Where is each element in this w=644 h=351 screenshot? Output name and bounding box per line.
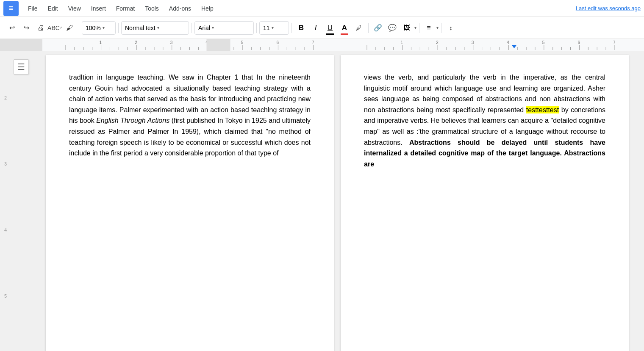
zoom-value: 100% <box>86 25 101 31</box>
paint-format-button[interactable]: 🖌 <box>63 21 76 35</box>
page-right-text: views the verb, and particularly the ver… <box>364 72 605 169</box>
undo-button[interactable]: ↩ <box>5 21 19 35</box>
app-icon-symbol: ≡ <box>9 4 14 13</box>
font-dropdown[interactable]: Arial ▾ <box>194 21 254 35</box>
menu-help[interactable]: Help <box>197 3 218 14</box>
app-icon[interactable]: ≡ <box>3 1 19 16</box>
bold-button[interactable]: B <box>294 21 308 35</box>
comment-button[interactable]: 💬 <box>386 21 399 35</box>
align-chevron[interactable]: ▾ <box>436 25 439 30</box>
ruler <box>0 39 644 51</box>
bold-section: Abstractions should be delayed until stu… <box>364 139 605 168</box>
image-chevron[interactable]: ▾ <box>414 25 416 30</box>
page-left: tradItion in language teaching. We saw i… <box>46 55 334 351</box>
menu-addons[interactable]: Add-ons <box>165 3 195 14</box>
page-left-text: tradItion in language teaching. We saw i… <box>69 72 311 159</box>
underline-button-container[interactable]: U <box>323 21 337 35</box>
zoom-dropdown[interactable]: 100% ▾ <box>82 21 116 35</box>
italic-title: English Through Actions <box>96 117 169 124</box>
highlight-button[interactable]: 🖊 <box>352 21 366 35</box>
vertical-ruler: 2 3 4 5 <box>4 55 7 351</box>
underline-color-bar <box>326 33 334 35</box>
left-sidebar: ☰ 2 3 4 5 <box>0 51 42 351</box>
menu-file[interactable]: File <box>24 3 42 14</box>
style-value: Normal text <box>125 25 155 31</box>
ruler-canvas <box>0 39 644 51</box>
align-button[interactable]: ≡ <box>422 21 436 35</box>
font-size-dropdown[interactable]: 11 ▾ <box>259 21 289 35</box>
toolbar: ↩ ↪ 🖨 ABC✓ 🖌 100% ▾ Normal text ▾ Arial … <box>0 17 644 39</box>
image-button[interactable]: 🖼 <box>400 21 414 35</box>
pages-container: tradItion in language teaching. We saw i… <box>42 51 644 351</box>
menu-edit[interactable]: Edit <box>44 3 62 14</box>
separator-4 <box>256 23 257 33</box>
italic-button[interactable]: I <box>309 21 322 35</box>
menu-insert[interactable]: Insert <box>87 3 110 14</box>
menu-format[interactable]: Format <box>112 3 139 14</box>
spellcheck-button[interactable]: ABC✓ <box>48 21 62 35</box>
separator-6 <box>368 23 369 33</box>
page-outline-icon[interactable]: ☰ <box>14 59 29 75</box>
font-value: Arial <box>198 25 210 31</box>
separator-2 <box>118 23 119 33</box>
zoom-chevron: ▾ <box>103 25 105 30</box>
v-ruler-4: 4 <box>4 227 7 293</box>
separator-5 <box>291 23 292 33</box>
link-button[interactable]: 🔗 <box>371 21 385 35</box>
separator-3 <box>192 23 192 33</box>
linespace-button[interactable]: ↕ <box>444 21 458 35</box>
text-color-bar <box>341 33 348 35</box>
v-ruler-2: 2 <box>4 95 7 161</box>
last-edit-status[interactable]: Last edit was seconds ago <box>576 5 641 11</box>
separator-7 <box>419 23 419 33</box>
text-color-button-container[interactable]: A <box>338 21 351 35</box>
highlighted-word: testtesttest <box>526 106 559 113</box>
redo-button[interactable]: ↪ <box>19 21 33 35</box>
print-button[interactable]: 🖨 <box>34 21 47 35</box>
font-chevron: ▾ <box>212 25 214 30</box>
size-chevron: ▾ <box>272 25 274 30</box>
v-ruler-3: 3 <box>4 161 7 227</box>
underline-button[interactable]: U <box>323 21 337 35</box>
text-color-button[interactable]: A <box>338 21 351 35</box>
menu-bar: ≡ File Edit View Insert Format Tools Add… <box>0 0 644 17</box>
font-size-value: 11 <box>263 25 270 31</box>
menu-tools[interactable]: Tools <box>141 3 163 14</box>
separator-1 <box>79 23 79 33</box>
document-area: ☰ 2 3 4 5 tradItion in language teaching… <box>0 51 644 351</box>
style-chevron: ▾ <box>157 25 159 30</box>
style-dropdown[interactable]: Normal text ▾ <box>121 21 189 35</box>
v-ruler-5: 5 <box>4 293 7 351</box>
page-right: views the verb, and particularly the ver… <box>341 55 629 351</box>
separator-8 <box>441 23 441 33</box>
menu-view[interactable]: View <box>64 3 85 14</box>
